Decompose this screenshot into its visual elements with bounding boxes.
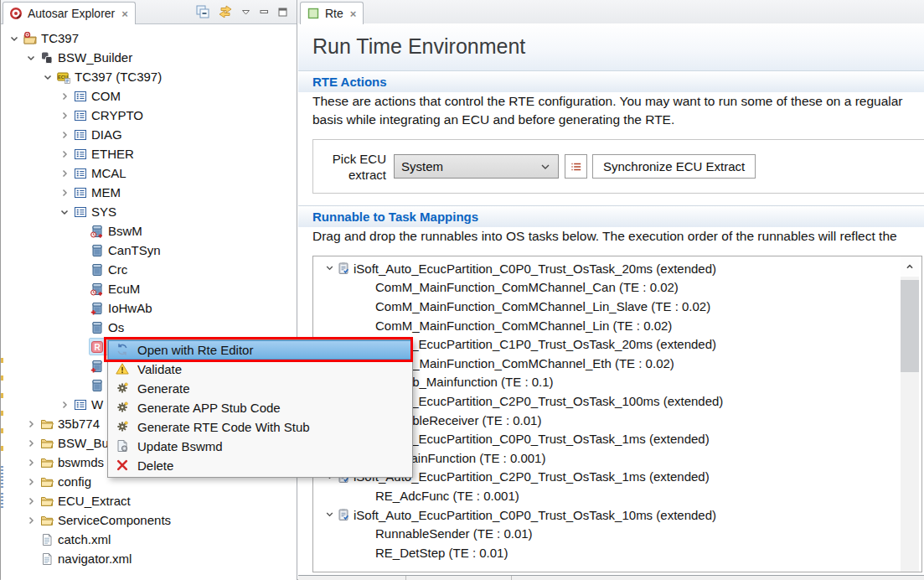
task-row-label: ComM_MainFunction_ComMChannel_Eth (TE : … (375, 356, 674, 370)
maximize-icon[interactable] (277, 7, 288, 18)
ecu-extract-list-button[interactable] (565, 154, 587, 179)
tree-item-label: ServiceComponents (58, 513, 173, 527)
menu-item-label: Validate (137, 362, 182, 376)
runnable-row[interactable]: RE_DetStep (TE : 0.01) (313, 543, 921, 562)
chevron-right-icon[interactable] (58, 90, 73, 103)
menu-item-generate[interactable]: Generate (108, 379, 412, 398)
editor-panel: Rte × Run Time Environment RTE Actions T… (298, 0, 924, 580)
arrow-spacer (75, 244, 90, 257)
section-description-line: Drag and drop the runnables into OS task… (298, 227, 924, 246)
chevron-down-icon[interactable] (58, 205, 73, 219)
tree-item-mcal[interactable]: MCAL (1, 163, 297, 183)
collapse-all-icon[interactable] (195, 4, 210, 19)
tree-item-label: ECU_Extract (58, 494, 132, 508)
task-row[interactable]: iSoft_Auto_EcucPartition_C0P0_Trust_OsTa… (313, 259, 921, 278)
chevron-right-icon[interactable] (24, 437, 39, 450)
folder-icon (40, 456, 54, 469)
chevron-right-icon[interactable] (24, 514, 39, 527)
tree-item-content: ServiceComponents (39, 512, 176, 528)
close-icon[interactable]: × (350, 8, 357, 20)
tree-item-tc397[interactable]: TC397 (1, 28, 297, 48)
chevron-right-icon[interactable] (24, 456, 39, 469)
close-icon[interactable]: × (121, 8, 128, 20)
tree-item-com[interactable]: COM (1, 86, 297, 106)
vertical-scrollbar[interactable] (901, 256, 919, 572)
chevron-down-icon[interactable] (24, 51, 39, 65)
module-doc-clock-icon (90, 225, 105, 238)
tree-item-catch-xml[interactable]: catch.xml (1, 530, 297, 549)
view-menu-icon[interactable] (240, 7, 251, 18)
tree-item-content: DIAG (73, 127, 127, 142)
xml-file-icon (40, 552, 54, 566)
category-icon (74, 148, 88, 161)
chevron-right-icon[interactable] (24, 495, 39, 508)
tree-item-diag[interactable]: DIAG (1, 125, 297, 144)
tree-item-bswm[interactable]: BswM (1, 221, 297, 241)
menu-item-open-with-rte-editor[interactable]: Open with Rte Editor (108, 340, 412, 360)
section-title: Runnable to Task Mappings (298, 210, 478, 224)
menu-item-delete[interactable]: Delete (108, 456, 412, 475)
chevron-right-icon[interactable] (24, 475, 39, 489)
tree-item-bsw-builder[interactable]: BSW_Builder (1, 48, 297, 67)
tree-item-content: 35b774 (39, 416, 105, 432)
menu-item-update-bswmd[interactable]: Update Bswmd (108, 437, 412, 456)
scrollbar-thumb[interactable] (901, 280, 919, 372)
tree-item-content: BSW_Bu (39, 435, 114, 451)
chevron-right-icon[interactable] (58, 186, 73, 199)
runnable-row[interactable]: ComM_MainFunction_ComMChannel_Lin (TE : … (313, 316, 921, 335)
tree-item-content: W (73, 396, 108, 412)
editor-tabbar: Rte × (298, 0, 924, 24)
chevron-right-icon[interactable] (58, 148, 73, 161)
tab-autosar-explorer[interactable]: Autosar Explorer × (3, 2, 136, 24)
runnable-row[interactable]: ComM_MainFunction_ComMChannel_Lin_Slave … (313, 297, 921, 316)
chevron-down-icon[interactable] (41, 70, 56, 84)
tab-rte[interactable]: Rte × (300, 2, 364, 24)
section-runnable-mappings: Runnable to Task Mappings Drag and drop … (298, 205, 924, 246)
task-row[interactable]: iSoft_Auto_EcucPartition_C0P0_Trust_OsTa… (313, 505, 921, 525)
ecu-extract-select[interactable]: System (394, 154, 559, 179)
tree-item-sys[interactable]: SYS (1, 202, 297, 221)
tree-item-ecu-extract[interactable]: ECU_Extract (1, 491, 297, 510)
menu-item-generate-app-stub-code[interactable]: Generate APP Stub Code (108, 398, 412, 417)
synchronize-ecu-extract-button[interactable]: Synchronize ECU Extract (592, 154, 756, 179)
runnable-row[interactable]: RE_AdcFunc (TE : 0.001) (313, 486, 921, 505)
tree-item-ecum[interactable]: EcuM (1, 279, 297, 298)
scroll-up-button[interactable] (901, 256, 919, 277)
status-cell (406, 576, 512, 580)
runnable-row[interactable]: RunnableSender (TE : 0.01) (313, 524, 921, 543)
tree-item-cantsyn[interactable]: CanTSyn (1, 241, 297, 260)
tree-item-crc[interactable]: Crc (1, 260, 297, 279)
edge-marker (1, 393, 3, 398)
tree-item-navigator-xml[interactable]: navigator.xml (1, 549, 297, 568)
tree-item-label: TC397 (41, 31, 80, 45)
tree-item-label: navigator.xml (58, 552, 133, 566)
tree-item-content: Crc (90, 262, 132, 277)
chevron-down-icon[interactable] (8, 32, 23, 45)
menu-item-generate-rte-code-with-stub[interactable]: Generate RTE Code With Stub (108, 417, 412, 437)
chevron-right-icon[interactable] (58, 109, 73, 122)
section-header: RTE Actions (298, 70, 924, 92)
minimize-icon[interactable] (259, 7, 270, 18)
tree-item-label: IoHwAb (108, 301, 154, 315)
tree-item-label: W (91, 397, 105, 412)
menu-item-validate[interactable]: Validate (108, 360, 412, 379)
chevron-down-icon (539, 162, 555, 172)
runnable-row[interactable]: ComM_MainFunction_ComMChannel_Can (TE : … (313, 278, 921, 298)
link-with-editor-icon[interactable] (218, 4, 233, 19)
chevron-right-icon[interactable] (58, 398, 73, 412)
tree-item-ether[interactable]: ETHER (1, 144, 297, 163)
tree-item-content: COM (73, 88, 126, 104)
tree-item-mem[interactable]: MEM (1, 183, 297, 202)
section-rte-actions: RTE Actions These are actions that contr… (298, 70, 924, 129)
chevron-down-icon[interactable] (323, 508, 337, 521)
tree-item-servicecomponents[interactable]: ServiceComponents (1, 510, 297, 530)
chevron-right-icon[interactable] (24, 417, 39, 431)
tree-item-iohwab[interactable]: IoHwAb (1, 298, 297, 318)
tree-item-crypto[interactable]: CRYPTO (1, 106, 297, 125)
chevron-right-icon[interactable] (58, 128, 73, 142)
arrow-spacer (75, 263, 90, 277)
chevron-right-icon[interactable] (58, 167, 73, 180)
tree-item-tc397-tc397-[interactable]: ECUTC397 (TC397) (1, 67, 297, 86)
chevron-down-icon[interactable] (323, 262, 337, 275)
tree-item-os[interactable]: Os (1, 318, 297, 337)
